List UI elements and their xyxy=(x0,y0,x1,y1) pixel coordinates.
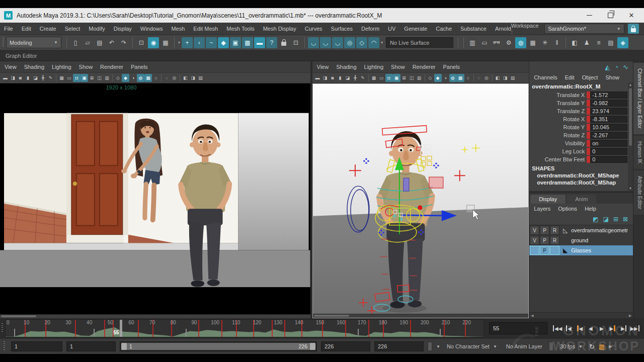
toolbar-caret-icon[interactable]: ▾ xyxy=(178,40,180,45)
range-slider[interactable]: 1 226 xyxy=(120,341,317,351)
left-isolate-select-icon[interactable]: ◌ xyxy=(163,74,171,82)
select-by-object-icon[interactable]: ◉ xyxy=(148,37,159,48)
channel-box-toggle-icon[interactable]: ◈ xyxy=(617,37,628,48)
menu-modify[interactable]: Modify xyxy=(89,26,105,32)
playback-loop-button[interactable]: ↻ xyxy=(589,343,595,350)
selection-mask-dynamics-icon[interactable]: ▣ xyxy=(230,37,241,48)
right-camera-lock-icon[interactable]: ◨ xyxy=(321,74,329,82)
right-isolate-select-icon[interactable]: ◌ xyxy=(475,74,483,82)
left-field-chart-icon[interactable]: ⊞ xyxy=(88,74,96,82)
selection-mask-deformations-icon[interactable]: ◆ xyxy=(218,37,229,48)
left-camera-icon[interactable]: ▬ xyxy=(2,74,9,82)
viewport-scrollbar[interactable] xyxy=(0,314,310,318)
live-surface-field[interactable]: No Live Surface xyxy=(386,37,453,48)
layer-tab-display[interactable]: Display xyxy=(530,195,566,204)
right-grid-toggle-icon[interactable]: ▦ xyxy=(370,74,378,82)
layer-from-selected-icon[interactable]: ⊠ xyxy=(623,216,628,223)
tool-settings-icon[interactable]: ≡ xyxy=(593,37,604,48)
layer-menu-layers[interactable]: Layers xyxy=(534,206,550,212)
layer-name[interactable]: Glasses xyxy=(571,247,591,253)
channel-value-field[interactable]: -0.982 xyxy=(590,100,627,107)
channel-label[interactable]: Rotate Z xyxy=(529,132,587,138)
selection-mask-points-icon[interactable]: + xyxy=(182,37,193,48)
layer-list-scrollbar[interactable]: ◀ ▶ xyxy=(529,312,633,318)
menu-deform[interactable]: Deform xyxy=(361,26,379,32)
menu-file[interactable]: File xyxy=(4,26,13,32)
right-grease-pencil-icon[interactable]: ✎ xyxy=(359,74,367,82)
menu-uv[interactable]: UV xyxy=(388,26,395,32)
layer-color-swatch[interactable]: ◣ xyxy=(561,246,570,254)
layer-name[interactable]: overdrammaticgeometr xyxy=(571,227,628,233)
menu-edit-mesh[interactable]: Edit Mesh xyxy=(193,26,218,32)
menu-arnold[interactable]: Arnold xyxy=(495,26,511,32)
right-vp-menu-view[interactable]: View xyxy=(317,64,329,70)
select-by-hierarchy-icon[interactable]: ⊡ xyxy=(136,37,147,48)
layer-visible-toggle[interactable]: V xyxy=(530,226,539,235)
channel-box-object-name[interactable]: overdrammatic:RootX_M xyxy=(529,82,627,91)
save-scene-icon[interactable]: ▤ xyxy=(94,37,105,48)
channel-label[interactable]: Leg Lock xyxy=(529,148,587,154)
menu-select[interactable]: Select xyxy=(65,26,80,32)
object-details-icon[interactable]: ◭ xyxy=(605,63,610,71)
shape-node-overdrammatic-rootx-mshape[interactable]: overdrammatic:RootX_MShape xyxy=(529,172,627,179)
pause-viewport-icon[interactable]: ‖ xyxy=(551,37,562,48)
attribute-editor-toggle-icon[interactable]: ▤ xyxy=(605,37,616,48)
left-safe-action-icon[interactable]: ◫ xyxy=(96,74,103,82)
minimize-button[interactable] xyxy=(579,9,600,22)
side-tab-channel-box-layer-editor[interactable]: Channel Box / Layer Editor xyxy=(633,63,644,134)
right-use-all-lights-icon[interactable]: ◍ xyxy=(449,74,457,82)
layer-visible-toggle[interactable]: V xyxy=(530,236,539,245)
animation-end-field[interactable]: 226 xyxy=(374,341,424,351)
human-ik-icon[interactable]: ♟ xyxy=(581,37,592,48)
snap-to-view-planes-icon[interactable]: ◇ xyxy=(356,37,367,48)
right-gate-mask-icon[interactable]: ▣ xyxy=(393,74,400,82)
layer-color-swatch[interactable] xyxy=(561,236,570,244)
step-forward-frame-button[interactable]: ▶ xyxy=(618,322,629,335)
selection-mask-animation-icon[interactable]: ▬ xyxy=(254,37,265,48)
channelbox-menu-object[interactable]: Object xyxy=(582,74,598,80)
channelbox-menu-edit[interactable]: Edit xyxy=(565,74,575,80)
right-camera-icon[interactable]: ▬ xyxy=(314,74,321,82)
layer-name[interactable]: ground xyxy=(571,237,588,243)
range-options-knob[interactable] xyxy=(428,342,432,351)
menu-substance[interactable]: Substance xyxy=(460,26,487,32)
menuset-dropdown[interactable]: Modeling ▼ xyxy=(6,37,61,48)
layer-row-overdrammaticgeometr[interactable]: VPR◺overdrammaticgeometr xyxy=(529,225,633,235)
playback-end-field[interactable]: 226 xyxy=(321,341,370,351)
layer-color-swatch[interactable]: ◺ xyxy=(561,226,570,234)
graph-editor-tab[interactable]: Graph Editor xyxy=(0,50,644,61)
step-back-key-button[interactable]: ◀ xyxy=(574,322,585,335)
left-viewport-canvas[interactable]: 1920 x 1080 xyxy=(0,83,310,318)
menu-mesh-display[interactable]: Mesh Display xyxy=(263,26,296,32)
left-two-d-pan-zoom-icon[interactable]: ╋ xyxy=(39,74,47,82)
side-tab-attribute-editor[interactable]: Attribute Editor xyxy=(633,170,644,215)
scroll-right-icon[interactable]: ▶ xyxy=(629,314,631,318)
current-frame-field[interactable]: 55 xyxy=(489,322,547,334)
left-xray-icon[interactable]: ◎ xyxy=(171,74,178,82)
channel-value-field[interactable]: 10.045 xyxy=(590,124,627,131)
left-wireframe-icon[interactable]: ◇ xyxy=(114,74,122,82)
layer-ref-toggle[interactable]: R xyxy=(550,236,559,245)
menu-surfaces[interactable]: Surfaces xyxy=(331,26,353,32)
channel-value-field[interactable]: -8.351 xyxy=(590,116,627,123)
right-resolution-gate-icon[interactable]: ◘ xyxy=(385,74,393,82)
undo-icon[interactable]: ↶ xyxy=(106,37,117,48)
left-exposure-icon[interactable]: ◧ xyxy=(182,74,189,82)
restore-button[interactable] xyxy=(600,9,621,22)
right-textured-icon[interactable]: ◑ xyxy=(442,74,449,82)
right-bookmark-icon[interactable]: ▮ xyxy=(337,74,344,82)
highlight-selection-icon[interactable]: ⊡ xyxy=(290,37,301,48)
right-safe-title-icon[interactable]: ▥ xyxy=(416,74,423,82)
left-ambient-occlusion-icon[interactable]: ☼ xyxy=(152,74,159,82)
hypershade-icon[interactable]: ✳ xyxy=(539,37,550,48)
left-use-all-lights-icon[interactable]: ◍ xyxy=(137,74,144,82)
right-viewport-canvas[interactable] xyxy=(312,83,529,318)
scroll-left-icon[interactable]: ◀ xyxy=(531,314,533,318)
chevron-right-icon[interactable]: ▶ xyxy=(609,344,612,349)
menu-windows[interactable]: Windows xyxy=(140,26,163,32)
layer-row-glasses[interactable]: P◣Glasses xyxy=(529,245,633,255)
scroll-up-icon[interactable]: ▲ xyxy=(629,83,632,87)
right-vp-menu-shading[interactable]: Shading xyxy=(336,64,356,70)
menu-mesh[interactable]: Mesh xyxy=(171,26,185,32)
left-camera-lock-icon[interactable]: ◨ xyxy=(9,74,17,82)
